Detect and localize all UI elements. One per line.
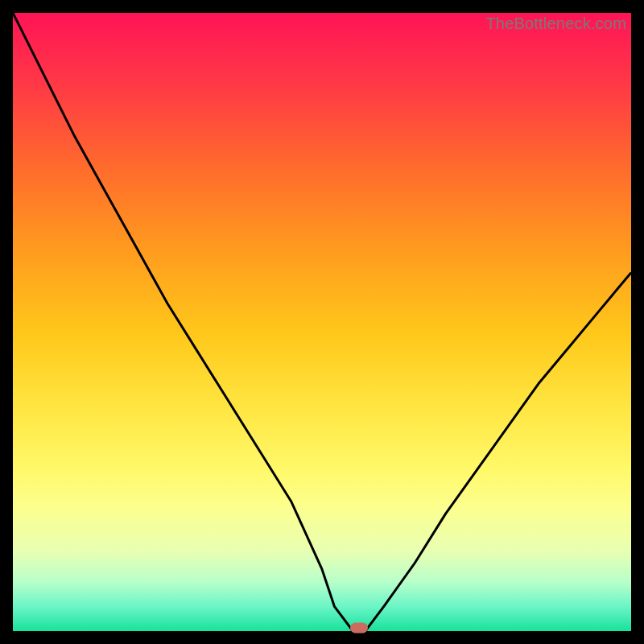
- curve-path: [13, 13, 631, 631]
- optimal-point-marker: [350, 623, 368, 634]
- bottleneck-curve: [13, 13, 631, 631]
- plot-area: TheBottleneck.com: [13, 13, 631, 631]
- chart-frame: TheBottleneck.com: [0, 0, 644, 644]
